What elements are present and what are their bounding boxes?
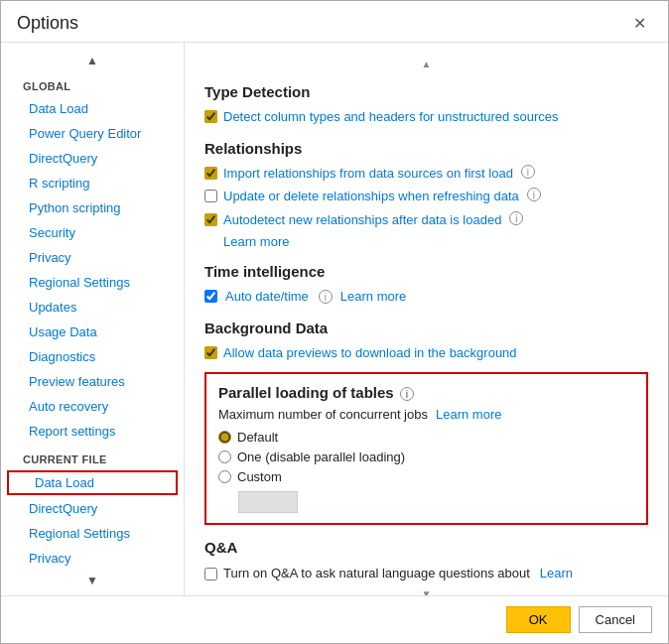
cancel-button[interactable]: Cancel: [579, 606, 652, 633]
qna-title: Q&A: [204, 539, 648, 556]
sidebar-item-privacy-cf[interactable]: Privacy: [1, 546, 184, 571]
sidebar-item-diagnostics[interactable]: Diagnostics: [1, 344, 184, 369]
sidebar-item-report-settings[interactable]: Report settings: [1, 419, 184, 444]
parallel-loading-learn-more-link[interactable]: Learn more: [436, 407, 501, 422]
parallel-loading-subtitle: Maximum number of concurrent jobs: [218, 407, 428, 422]
relationships-row1: Import relationships from data sources o…: [204, 165, 648, 183]
dialog-title: Options: [17, 13, 78, 34]
sidebar-item-data-load-cf[interactable]: Data Load: [7, 470, 178, 495]
sidebar-item-r-scripting[interactable]: R scripting: [1, 171, 184, 195]
main-scroll-down-indicator: ▼: [204, 588, 648, 595]
parallel-radio-one[interactable]: [218, 451, 231, 463]
type-detection-row: Detect column types and headers for unst…: [204, 108, 648, 126]
relationships-label3: Autodetect new relationships after data …: [223, 211, 501, 229]
sidebar-item-auto-recovery[interactable]: Auto recovery: [1, 394, 184, 419]
sidebar-current-file-label: CURRENT FILE: [1, 444, 184, 469]
parallel-radio-one-row: One (disable parallel loading): [218, 450, 634, 464]
sidebar-item-security[interactable]: Security: [1, 220, 184, 245]
ok-button[interactable]: OK: [506, 606, 571, 633]
parallel-loading-box: Parallel loading of tables i Maximum num…: [204, 372, 648, 525]
main-content: ▲ Type Detection Detect column types and…: [185, 43, 668, 595]
relationships-checkbox1[interactable]: [204, 167, 217, 180]
dialog-body: ▲ GLOBAL Data Load Power Query Editor Di…: [1, 43, 668, 595]
sidebar-item-regional-settings-cf[interactable]: Regional Settings: [1, 521, 184, 546]
time-intelligence-title: Time intelligence: [204, 263, 648, 280]
type-detection-checkbox[interactable]: [204, 110, 217, 123]
parallel-radio-default-label: Default: [237, 430, 278, 445]
sidebar-item-usage-data[interactable]: Usage Data: [1, 320, 184, 344]
parallel-radio-one-label: One (disable parallel loading): [237, 450, 405, 464]
sidebar-scroll-up-icon[interactable]: ▲: [1, 51, 184, 70]
background-data-title: Background Data: [204, 320, 648, 336]
parallel-radio-default[interactable]: [218, 431, 231, 444]
parallel-radio-custom[interactable]: [218, 470, 231, 483]
relationships-row3: Autodetect new relationships after data …: [204, 211, 648, 229]
relationships-label2: Update or delete relationships when refr…: [223, 188, 519, 205]
background-data-row: Allow data previews to download in the b…: [204, 344, 648, 362]
type-detection-label: Detect column types and headers for unst…: [223, 108, 558, 126]
background-data-checkbox[interactable]: [204, 346, 217, 359]
qna-learn-link[interactable]: Learn: [540, 566, 573, 580]
time-intelligence-label: Auto date/time: [225, 288, 309, 306]
relationships-info-icon3[interactable]: i: [509, 211, 523, 225]
qna-row: Turn on Q&A to ask natural language ques…: [204, 566, 648, 580]
dialog-footer: OK Cancel: [1, 595, 668, 643]
relationships-learn-more-row: Learn more: [223, 234, 648, 249]
main-scroll-up-indicator: ▲: [204, 59, 648, 69]
sidebar-item-regional-settings[interactable]: Regional Settings: [1, 270, 184, 295]
dialog-header: Options ✕: [1, 1, 668, 43]
sidebar-item-directquery-cf[interactable]: DirectQuery: [1, 496, 184, 521]
relationships-row2: Update or delete relationships when refr…: [204, 188, 648, 205]
parallel-loading-title: Parallel loading of tables i: [218, 384, 634, 401]
time-intelligence-row: Auto date/time i Learn more: [204, 288, 648, 306]
sidebar-item-directquery[interactable]: DirectQuery: [1, 146, 184, 171]
sidebar-scroll-down-icon[interactable]: ▼: [1, 571, 184, 590]
parallel-custom-input[interactable]: [238, 491, 298, 513]
parallel-loading-info-icon[interactable]: i: [400, 387, 414, 401]
relationships-checkbox3[interactable]: [204, 213, 217, 226]
relationships-info-icon2[interactable]: i: [527, 188, 541, 201]
relationships-info-icon1[interactable]: i: [521, 165, 535, 179]
relationships-label1: Import relationships from data sources o…: [223, 165, 513, 183]
background-data-label: Allow data previews to download in the b…: [223, 344, 517, 362]
close-button[interactable]: ✕: [627, 14, 652, 34]
relationships-title: Relationships: [204, 140, 648, 157]
relationships-learn-more-link[interactable]: Learn more: [223, 234, 289, 249]
parallel-radio-custom-label: Custom: [237, 469, 282, 484]
sidebar-item-python-scripting[interactable]: Python scripting: [1, 195, 184, 220]
sidebar-item-privacy[interactable]: Privacy: [1, 245, 184, 270]
sidebar: ▲ GLOBAL Data Load Power Query Editor Di…: [1, 43, 185, 595]
parallel-radio-default-row: Default: [218, 430, 634, 445]
time-intelligence-checkbox[interactable]: [204, 290, 217, 303]
qna-label: Turn on Q&A to ask natural language ques…: [223, 566, 530, 580]
options-dialog: Options ✕ ▲ GLOBAL Data Load Power Query…: [0, 0, 669, 644]
time-intelligence-info-icon[interactable]: i: [319, 290, 333, 304]
sidebar-global-label: GLOBAL: [1, 70, 184, 96]
sidebar-item-updates[interactable]: Updates: [1, 295, 184, 320]
parallel-loading-subtitle-row: Maximum number of concurrent jobs Learn …: [218, 407, 634, 422]
relationships-checkbox2[interactable]: [204, 190, 217, 202]
sidebar-item-data-load[interactable]: Data Load: [1, 96, 184, 121]
type-detection-title: Type Detection: [204, 83, 648, 100]
sidebar-item-preview-features[interactable]: Preview features: [1, 369, 184, 394]
sidebar-item-power-query-editor[interactable]: Power Query Editor: [1, 121, 184, 146]
qna-checkbox[interactable]: [204, 568, 217, 580]
parallel-radio-custom-row: Custom: [218, 469, 634, 484]
time-intelligence-learn-more-link[interactable]: Learn more: [340, 289, 406, 304]
